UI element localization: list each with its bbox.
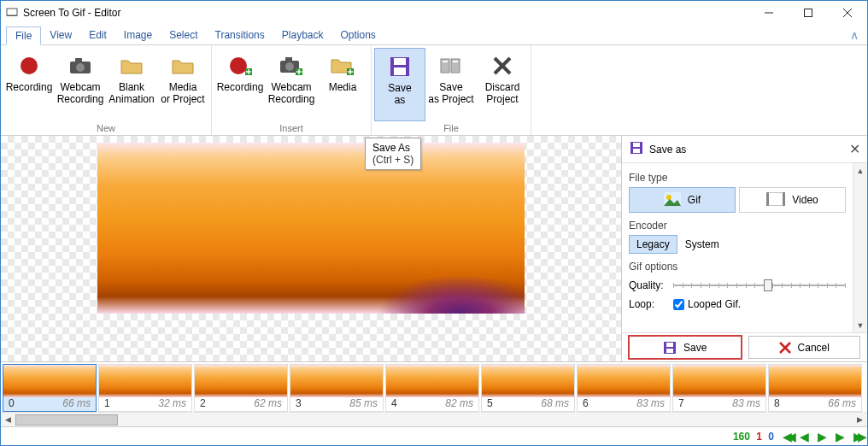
ribbon-group-file: SaveasSaveas ProjectDiscardProjectFile xyxy=(372,45,531,135)
tab-edit[interactable]: Edit xyxy=(80,26,115,44)
tab-image[interactable]: Image xyxy=(115,26,161,44)
svg-rect-16 xyxy=(285,57,292,62)
ribbon-group-new: RecordingWebcamRecordingBlankAnimationMe… xyxy=(1,45,212,135)
frame-image xyxy=(290,365,383,397)
frame-thumb[interactable]: 482 ms xyxy=(385,364,479,412)
media-or-project-button[interactable]: Mediaor Project xyxy=(157,48,208,121)
frame-thumb[interactable]: 262 ms xyxy=(194,364,288,412)
tab-select[interactable]: Select xyxy=(161,26,206,44)
save-as-project-button[interactable]: Saveas Project xyxy=(425,48,477,121)
frame-index: 5 xyxy=(487,397,493,411)
frame-index: 2 xyxy=(200,397,206,411)
cancel-button[interactable]: Cancel xyxy=(748,336,861,359)
next-frame-button[interactable]: ▶ xyxy=(836,430,845,443)
scroll-left-icon[interactable]: ◀ xyxy=(1,413,15,427)
frame-image xyxy=(195,365,287,397)
encoder-system[interactable]: System xyxy=(677,235,727,254)
menu-bar: FileViewEditImageSelectTransitionsPlayba… xyxy=(1,25,867,45)
minimize-button[interactable] xyxy=(749,1,789,25)
filetype-gif[interactable]: Gif xyxy=(629,187,736,213)
tab-view[interactable]: View xyxy=(41,26,80,44)
group-label: File xyxy=(374,121,528,135)
svg-point-6 xyxy=(21,57,38,74)
frame-image xyxy=(3,365,96,397)
frame-strip[interactable]: 066 ms132 ms262 ms385 ms482 ms568 ms683 … xyxy=(1,362,867,412)
frame-thumb[interactable]: 783 ms xyxy=(672,364,766,412)
folder-icon xyxy=(120,51,144,80)
record-red-plus-icon xyxy=(228,51,252,80)
svg-point-8 xyxy=(76,63,85,72)
frame-thumb[interactable]: 066 ms xyxy=(3,364,97,412)
svg-rect-34 xyxy=(633,149,640,153)
preview-image xyxy=(97,143,525,314)
tab-file[interactable]: File xyxy=(6,26,41,45)
tab-playback[interactable]: Playback xyxy=(273,26,332,44)
last-frame-button[interactable]: ▶▶ xyxy=(853,430,862,443)
frame-thumb[interactable]: 385 ms xyxy=(290,364,384,412)
scroll-up-icon[interactable]: ▲ xyxy=(853,163,868,178)
frame-duration: 32 ms xyxy=(158,397,186,411)
encoder-legacy[interactable]: Legacy xyxy=(629,235,677,254)
svg-rect-1 xyxy=(7,15,17,16)
looped-gif-label: Looped Gif. xyxy=(688,298,741,310)
folder-icon xyxy=(171,51,195,80)
scroll-down-icon[interactable]: ▼ xyxy=(853,318,868,332)
looped-gif-checkbox[interactable]: Looped Gif. xyxy=(673,298,741,310)
project-icon xyxy=(439,51,463,80)
discard-project-button[interactable]: DiscardProject xyxy=(477,48,528,121)
svg-rect-38 xyxy=(766,192,769,206)
frame-duration: 66 ms xyxy=(828,397,856,411)
frame-thumb[interactable]: 866 ms xyxy=(768,364,862,412)
webcam-recording-button[interactable]: WebcamRecording xyxy=(55,48,106,121)
insert-webcam-button[interactable]: WebcamRecording xyxy=(266,48,317,121)
first-frame-button[interactable]: ◀◀ xyxy=(783,430,791,443)
frame-index: 4 xyxy=(391,397,397,411)
save-as-button[interactable]: Saveas xyxy=(374,48,425,121)
timeline-scrollbar[interactable]: ◀ ▶ xyxy=(1,412,867,426)
camera-plus-icon xyxy=(279,51,304,80)
frame-thumb[interactable]: 568 ms xyxy=(481,364,575,412)
quality-label: Quality: xyxy=(629,279,673,291)
insert-media-button[interactable]: Media xyxy=(317,48,368,121)
prev-frame-button[interactable]: ◀ xyxy=(800,430,809,443)
recording-button[interactable]: Recording xyxy=(3,48,55,121)
frame-thumb[interactable]: 683 ms xyxy=(577,364,671,412)
filetype-video[interactable]: Video xyxy=(739,187,846,213)
scroll-right-icon[interactable]: ▶ xyxy=(853,413,867,427)
ribbon-collapse-icon[interactable]: ∧ xyxy=(842,28,867,42)
window-title: Screen To Gif - Editor xyxy=(23,7,749,19)
tooltip-title: Save As xyxy=(372,142,413,154)
svg-line-4 xyxy=(843,9,852,17)
frame-image xyxy=(578,365,670,397)
svg-rect-9 xyxy=(75,58,82,62)
maximize-button[interactable] xyxy=(789,1,828,25)
panel-close-button[interactable]: ✕ xyxy=(849,141,860,157)
tab-options[interactable]: Options xyxy=(332,26,384,44)
svg-rect-33 xyxy=(633,143,640,147)
frame-duration: 66 ms xyxy=(62,397,91,411)
preview-canvas[interactable] xyxy=(1,136,621,361)
svg-rect-39 xyxy=(783,192,785,206)
folder-plus-icon xyxy=(330,51,355,80)
play-button[interactable]: ▶ xyxy=(818,430,827,443)
tab-transitions[interactable]: Transitions xyxy=(207,26,273,44)
frame-index: 6 xyxy=(583,397,589,411)
filmstrip-icon xyxy=(766,192,785,208)
frame-thumb[interactable]: 132 ms xyxy=(98,364,192,412)
count-selected: 1 xyxy=(756,431,762,443)
panel-scrollbar[interactable]: ▲ ▼ xyxy=(853,163,867,332)
save-button[interactable]: Save xyxy=(629,336,742,359)
svg-rect-28 xyxy=(443,61,448,62)
camera-icon xyxy=(68,51,92,80)
quality-slider[interactable] xyxy=(673,278,846,293)
svg-point-15 xyxy=(285,62,294,71)
x-dark-icon xyxy=(492,51,513,80)
close-button[interactable] xyxy=(828,1,867,25)
filetype-label: File type xyxy=(629,172,846,184)
insert-recording-button[interactable]: Recording xyxy=(214,48,266,121)
timeline: 066 ms132 ms262 ms385 ms482 ms568 ms683 … xyxy=(1,361,867,426)
frame-index: 1 xyxy=(104,397,110,411)
playback-controls: ◀◀ ◀ ▶ ▶ ▶▶ xyxy=(783,430,862,443)
blank-animation-button[interactable]: BlankAnimation xyxy=(106,48,157,121)
svg-line-5 xyxy=(843,9,852,17)
